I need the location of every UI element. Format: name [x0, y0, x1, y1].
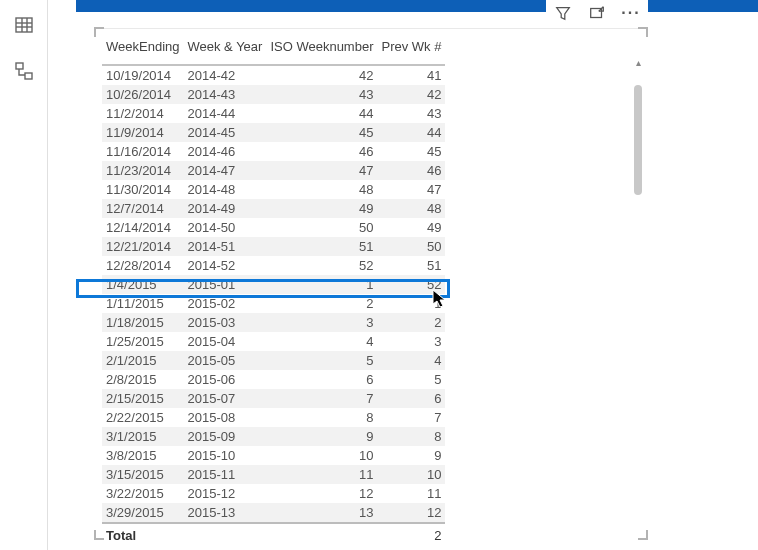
scroll-up-arrow-icon[interactable]: ▴ — [633, 57, 643, 67]
cell-iso_weeknumber: 1 — [266, 275, 377, 294]
cell-prev_wk: 3 — [378, 332, 446, 351]
focus-mode-icon[interactable] — [586, 2, 608, 24]
table-visual[interactable]: WeekEnding Week & Year ISO Weeknumber Pr… — [96, 28, 646, 538]
cell-iso_weeknumber: 2 — [266, 294, 377, 313]
cell-prev_wk: 11 — [378, 484, 446, 503]
cell-iso_weeknumber: 51 — [266, 237, 377, 256]
table-row[interactable]: 11/30/20142014-484847 — [102, 180, 445, 199]
col-header-weekyear[interactable]: Week & Year — [183, 33, 266, 65]
cell-prev_wk: 6 — [378, 389, 446, 408]
table-row[interactable]: 2/22/20152015-0887 — [102, 408, 445, 427]
visual-action-bar: ··· — [546, 0, 648, 25]
table-row[interactable]: 3/29/20152015-131312 — [102, 503, 445, 523]
col-header-isoweeknumber[interactable]: ISO Weeknumber — [266, 33, 377, 65]
cell-week_year: 2015-12 — [183, 484, 266, 503]
table-row[interactable]: 1/11/20152015-0221 — [102, 294, 445, 313]
table-row[interactable]: 11/2/20142014-444443 — [102, 104, 445, 123]
cell-week_year: 2014-48 — [183, 180, 266, 199]
cell-week_ending: 11/16/2014 — [102, 142, 183, 161]
table-row[interactable]: 12/21/20142014-515150 — [102, 237, 445, 256]
col-header-weekending[interactable]: WeekEnding — [102, 33, 183, 65]
more-options-icon[interactable]: ··· — [620, 2, 642, 24]
cell-iso_weeknumber: 44 — [266, 104, 377, 123]
cell-week_ending: 3/29/2015 — [102, 503, 183, 523]
cell-prev_wk: 52 — [378, 275, 446, 294]
table-row[interactable]: 3/1/20152015-0998 — [102, 427, 445, 446]
table-row[interactable]: 3/22/20152015-121211 — [102, 484, 445, 503]
table-row[interactable]: 10/26/20142014-434342 — [102, 85, 445, 104]
cell-prev_wk: 44 — [378, 123, 446, 142]
cell-week_year: 2014-43 — [183, 85, 266, 104]
scroll-thumb[interactable] — [634, 85, 642, 195]
table-row[interactable]: 3/15/20152015-111110 — [102, 465, 445, 484]
cell-iso_weeknumber: 50 — [266, 218, 377, 237]
cell-week_ending: 2/1/2015 — [102, 351, 183, 370]
cell-week_year: 2015-07 — [183, 389, 266, 408]
cell-week_ending: 11/30/2014 — [102, 180, 183, 199]
svg-rect-6 — [25, 73, 32, 79]
table-row[interactable]: 2/8/20152015-0665 — [102, 370, 445, 389]
cell-iso_weeknumber: 46 — [266, 142, 377, 161]
cell-prev_wk: 8 — [378, 427, 446, 446]
vertical-scrollbar[interactable]: ▴ ▾ — [632, 57, 644, 550]
table-scroll-area: WeekEnding Week & Year ISO Weeknumber Pr… — [96, 29, 646, 538]
cell-prev_wk: 43 — [378, 104, 446, 123]
header-row: WeekEnding Week & Year ISO Weeknumber Pr… — [102, 33, 445, 65]
left-nav-rail — [0, 0, 48, 550]
cell-iso_weeknumber: 45 — [266, 123, 377, 142]
cell-week_year: 2015-08 — [183, 408, 266, 427]
cell-iso_weeknumber: 9 — [266, 427, 377, 446]
total-row: Total 2 — [102, 523, 445, 547]
cell-week_ending: 3/1/2015 — [102, 427, 183, 446]
table-row[interactable]: 12/14/20142014-505049 — [102, 218, 445, 237]
data-table: WeekEnding Week & Year ISO Weeknumber Pr… — [102, 33, 445, 547]
table-row[interactable]: 2/15/20152015-0776 — [102, 389, 445, 408]
cell-week_year: 2014-46 — [183, 142, 266, 161]
cell-iso_weeknumber: 4 — [266, 332, 377, 351]
table-row[interactable]: 3/8/20152015-10109 — [102, 446, 445, 465]
cell-week_ending: 12/28/2014 — [102, 256, 183, 275]
table-row[interactable]: 1/25/20152015-0443 — [102, 332, 445, 351]
cell-iso_weeknumber: 42 — [266, 65, 377, 85]
cell-iso_weeknumber: 43 — [266, 85, 377, 104]
table-row[interactable]: 1/4/20152015-01152 — [102, 275, 445, 294]
cell-iso_weeknumber: 6 — [266, 370, 377, 389]
cell-week_year: 2014-47 — [183, 161, 266, 180]
table-row[interactable]: 11/23/20142014-474746 — [102, 161, 445, 180]
cell-week_ending: 2/22/2015 — [102, 408, 183, 427]
cell-week_year: 2015-09 — [183, 427, 266, 446]
visual-header-bar — [76, 0, 758, 12]
total-prevwk: 2 — [378, 523, 446, 547]
table-row[interactable]: 2/1/20152015-0554 — [102, 351, 445, 370]
cell-iso_weeknumber: 49 — [266, 199, 377, 218]
cell-prev_wk: 5 — [378, 370, 446, 389]
table-view-icon[interactable] — [13, 14, 35, 36]
cell-prev_wk: 49 — [378, 218, 446, 237]
cell-week_year: 2014-44 — [183, 104, 266, 123]
table-row[interactable]: 12/28/20142014-525251 — [102, 256, 445, 275]
col-header-prevwk[interactable]: Prev Wk # — [378, 33, 446, 65]
cell-week_ending: 11/2/2014 — [102, 104, 183, 123]
cell-week_ending: 11/23/2014 — [102, 161, 183, 180]
cell-week_ending: 12/7/2014 — [102, 199, 183, 218]
filter-icon[interactable] — [552, 2, 574, 24]
cell-iso_weeknumber: 12 — [266, 484, 377, 503]
cell-week_ending: 2/15/2015 — [102, 389, 183, 408]
cell-iso_weeknumber: 52 — [266, 256, 377, 275]
total-label: Total — [102, 523, 183, 547]
model-view-icon[interactable] — [13, 60, 35, 82]
cell-prev_wk: 45 — [378, 142, 446, 161]
table-row[interactable]: 12/7/20142014-494948 — [102, 199, 445, 218]
cell-iso_weeknumber: 48 — [266, 180, 377, 199]
table-row[interactable]: 11/9/20142014-454544 — [102, 123, 445, 142]
table-row[interactable]: 11/16/20142014-464645 — [102, 142, 445, 161]
cell-prev_wk: 1 — [378, 294, 446, 313]
cell-week_year: 2015-03 — [183, 313, 266, 332]
cell-week_year: 2015-11 — [183, 465, 266, 484]
table-row[interactable]: 10/19/20142014-424241 — [102, 65, 445, 85]
cell-week_year: 2015-06 — [183, 370, 266, 389]
cell-week_year: 2014-49 — [183, 199, 266, 218]
table-row[interactable]: 1/18/20152015-0332 — [102, 313, 445, 332]
cell-week_ending: 1/18/2015 — [102, 313, 183, 332]
cell-prev_wk: 4 — [378, 351, 446, 370]
